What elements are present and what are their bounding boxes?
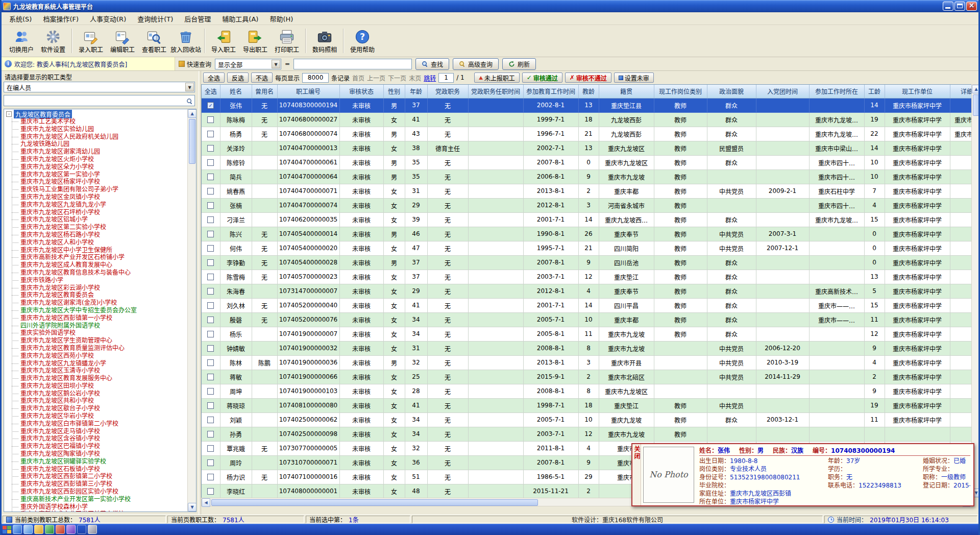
row-checkbox[interactable] (207, 288, 214, 295)
tree-item[interactable]: 重庆市九龙坡区谢家湾(金茂)小学校 (5, 299, 187, 307)
messenger-icon[interactable] (56, 525, 65, 534)
column-header[interactable]: 入党团时间 (756, 85, 809, 98)
toolbar-button-edit-employee[interactable]: 编辑职工 (107, 28, 138, 54)
scroll-down-icon[interactable]: ▼ (188, 503, 197, 512)
tree-item[interactable]: 重庆市九龙坡区西彭镇第一小学校 (5, 314, 187, 322)
row-checkbox[interactable] (207, 474, 214, 480)
security-icon[interactable] (66, 525, 76, 534)
tree-item[interactable]: 重庆市九龙坡区田坝小学校 (5, 382, 187, 390)
tree-item[interactable]: 重庆市九龙坡区西彭镇第三小学校 (5, 480, 187, 488)
row-checkbox[interactable] (207, 402, 214, 409)
tree-item[interactable]: 重庆市九龙坡区杨石路小学校 (5, 231, 187, 239)
menu-item-1[interactable]: 系统(S) (4, 12, 37, 25)
table-row[interactable]: 简兵107404700000064未审核男35无2006-8-19重庆市九龙坡教… (202, 169, 971, 184)
row-checkbox[interactable] (207, 202, 214, 209)
table-hscroll-thumb[interactable] (211, 499, 538, 506)
tree-scrollbar[interactable]: ▲ ▼ (187, 109, 196, 512)
tree-item[interactable]: 重庆市九龙坡区学生资助管理中心 (5, 337, 187, 345)
row-checkbox[interactable] (207, 116, 214, 123)
collapse-icon[interactable]: - (6, 111, 12, 117)
row-checkbox[interactable] (207, 174, 214, 180)
row-checkbox[interactable] (207, 317, 214, 323)
jump-link[interactable]: 跳转 (424, 74, 436, 82)
tree-item[interactable]: 重庆市九龙坡区教育发展服务中心 (5, 375, 187, 382)
table-row[interactable]: 杨乐107401900000007未审核女34无2005-8-111重庆市九龙坡… (202, 327, 971, 341)
tree-item[interactable]: 重庆市九龙坡区九龙镇九龙小学 (5, 201, 187, 209)
scroll-up-icon[interactable]: ▲ (188, 109, 197, 118)
display-icon[interactable] (88, 525, 97, 534)
table-row[interactable]: 周坤107401900000103未审核女28无2008-8-18重庆市九龙坡区… (202, 384, 971, 398)
tree-item[interactable]: 重庆市九龙坡区歇台子小学校 (5, 405, 187, 412)
column-header[interactable]: 姓名 (220, 85, 252, 98)
menu-item-2[interactable]: 档案操作(F) (37, 12, 84, 25)
tree-item[interactable]: 重庆市九龙坡区九龙镇蟠龙小学 (5, 360, 187, 368)
column-header[interactable]: 全选 (202, 85, 220, 98)
table-vertical-scrollbar[interactable]: ▲ ▼ (971, 84, 980, 498)
toolbar-button-print[interactable]: 打印职工 (271, 28, 303, 54)
column-header[interactable]: 党政职务 (427, 85, 468, 98)
tree-item[interactable]: 重庆市九龙坡区人民政府机关幼儿园 (5, 133, 187, 141)
tree-item[interactable]: 重庆市九龙坡区金凤镇小学校 (5, 193, 187, 201)
tree-item[interactable]: 重庆市九龙坡区朵力小学校 (5, 163, 187, 171)
toolbar-button-export[interactable]: 导出职工 (239, 28, 271, 54)
tree-item[interactable]: 四川外语学院附属外国语学校 (5, 322, 187, 330)
tree-item[interactable]: 重庆高新技术产业开发区第一实验小学校 (5, 496, 187, 503)
folder-icon[interactable] (34, 525, 43, 534)
column-header[interactable]: 教龄 (578, 85, 599, 98)
minimize-button[interactable] (943, 2, 953, 11)
reject-button[interactable]: ✗审核不通过 (565, 72, 611, 83)
approve-button[interactable]: ✓审核通过 (522, 72, 562, 83)
menu-item-6[interactable]: 辅助工具(A) (216, 12, 264, 25)
table-row[interactable]: 蒋晓琼107408100000080未审核女41无1998-7-118重庆垫江教… (202, 398, 971, 412)
row-checkbox[interactable]: ✓ (207, 102, 214, 109)
table-row[interactable]: 孙勇107402500000098未审核女34无2003-7-112重庆市九龙坡… (202, 427, 971, 441)
mail-icon[interactable] (23, 525, 33, 534)
tree-root-label[interactable]: 九龙坡区教育委员会 (14, 110, 72, 118)
menu-item-3[interactable]: 人事变动(R) (84, 12, 132, 25)
tree-item[interactable]: 重庆市九龙坡区中小学卫生保健所 (5, 247, 187, 254)
row-checkbox[interactable] (207, 431, 214, 437)
search-icon[interactable] (186, 97, 193, 104)
toolbar-button-add-employee[interactable]: 录入职工 (75, 28, 107, 54)
column-header[interactable]: 性别 (383, 85, 405, 98)
tree-item[interactable]: 重庆市九龙坡区陶家镇小学校 (5, 450, 187, 458)
row-checkbox[interactable] (207, 131, 214, 137)
menu-item-4[interactable]: 查询统计(T) (132, 12, 179, 25)
close-button[interactable] (966, 2, 977, 11)
row-checkbox[interactable] (207, 259, 214, 266)
tree-item[interactable]: 重庆市九龙坡区教育委员会 (5, 291, 187, 299)
scroll-left-icon[interactable]: ◀ (202, 498, 210, 507)
table-row[interactable]: 何伟无107405400000020未审核女47无1995-7-121四川简阳教… (202, 241, 971, 255)
row-checkbox[interactable] (207, 345, 214, 352)
find-button[interactable]: 查找 (415, 58, 449, 70)
tree-item[interactable]: 重庆市铁路小学 (5, 277, 187, 284)
column-header[interactable]: 审核状态 (339, 85, 383, 98)
tree-item[interactable]: 重庆市工艺美术学校 (5, 118, 187, 126)
tree-item[interactable]: 重庆市九龙坡区火炬小学校 (5, 156, 187, 163)
table-row[interactable]: 刘颖107402500000062未审核女34无2005-7-110重庆九龙坡教… (202, 412, 971, 427)
filter-dropdown[interactable]: 显示全部 ▼ (215, 59, 281, 69)
tree-item[interactable]: 重庆市九龙坡区含谷镇小学校 (5, 435, 187, 443)
ie-browser-icon[interactable] (13, 525, 22, 534)
table-row[interactable]: 朱海春107314700000007未审核女29无2012-8-14重庆奉节教师… (202, 284, 971, 298)
menu-item-5[interactable]: 后台管理 (179, 12, 216, 25)
column-header[interactable]: 详细单位 (950, 85, 971, 98)
tree-item[interactable]: 重庆市九龙坡区大学中专招生委员会办公室 (5, 307, 187, 314)
column-header[interactable]: 党政职务任职时间 (468, 85, 523, 98)
row-checkbox[interactable] (207, 159, 214, 166)
toolbar-button-import[interactable]: 导入职工 (208, 28, 239, 54)
row-checkbox[interactable] (207, 488, 214, 495)
tree-item[interactable]: 重庆市九龙坡区人和小学校 (5, 239, 187, 247)
table-row[interactable]: 刘久林无107405200000040未审核女41无2001-7-114四川平昌… (202, 298, 971, 312)
tree-item[interactable]: 重庆市九龙坡区教育质量监测评估中心 (5, 345, 187, 352)
tree-item[interactable]: 重庆市九龙坡区石板镇小学校 (5, 466, 187, 473)
scroll-up-icon[interactable]: ▲ (972, 85, 980, 93)
start-button[interactable] (2, 525, 11, 533)
invert-selection-button[interactable]: 反选 (227, 72, 249, 83)
table-row[interactable]: 陈修铃107404700000061未审核男35无2007-8-10重庆市九龙坡… (202, 155, 971, 169)
row-checkbox[interactable] (207, 245, 214, 252)
tree-scrollbar-thumb[interactable] (189, 119, 195, 164)
tools-icon[interactable] (77, 525, 86, 534)
table-row[interactable]: 李铮勤无107405400000028未审核男37无2007-8-19四川岳池教… (202, 255, 971, 270)
tree-item[interactable]: 重庆市九龙坡区玉清寺小学校 (5, 367, 187, 375)
